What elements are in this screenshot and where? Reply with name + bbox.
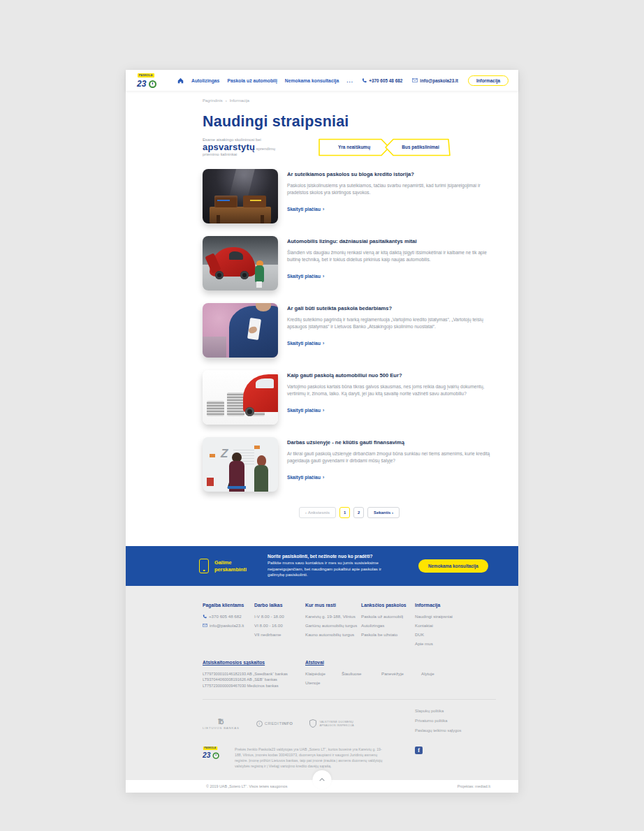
chevron-right-icon: › — [323, 274, 324, 279]
article-thumb-coins-car[interactable] — [203, 370, 278, 425]
hero-ribbons: Yra neaiškumų Bus patikslinimai — [318, 138, 451, 156]
hero-row: Esame atsakingo skolinimosi bei apsvarst… — [203, 137, 496, 157]
callback-text: Palikite mums savo kontaktus ir mes su j… — [268, 560, 392, 578]
callback-heading: Norite pasiskolinti, bet nežinote nuo ko… — [268, 554, 392, 559]
read-more-link[interactable]: Skaityti plačiau › — [287, 274, 324, 279]
footer-logo-paskola23[interactable]: PASKOLA 23 — [203, 747, 221, 759]
agent-city[interactable]: Šiauliuose — [342, 671, 381, 676]
footer-link-paskola-uz-automobili[interactable]: Paskola už automobilį — [361, 614, 415, 619]
article-title[interactable]: Ar suteikiamos paskolos su bloga kredito… — [287, 171, 496, 178]
header-phone-text: +370 605 48 682 — [369, 78, 402, 83]
read-more-link[interactable]: Skaityti plačiau › — [287, 341, 324, 346]
nav-more-button[interactable]: ... — [346, 78, 353, 84]
breadcrumb-home[interactable]: Pagrindinis — [203, 98, 223, 103]
footer-col-hours: Darbo laikas I-V 8.00 - 18.00 VI 8.00 - … — [254, 603, 305, 650]
agent-city[interactable]: Panevėžyje — [381, 671, 421, 676]
article-thumb-man-in-suit[interactable] — [203, 303, 278, 358]
site-credit: Projektas: mediad.lt — [458, 784, 490, 788]
nav-item-paskola-uz-automobili[interactable]: Paskola už automobilį — [227, 78, 277, 83]
nav-item-nemokama-konsultacija[interactable]: Nemokama konsultacija — [285, 78, 339, 83]
read-more-link[interactable]: Skaityti plačiau › — [287, 207, 324, 212]
header-phone[interactable]: +370 605 48 682 — [362, 78, 402, 83]
footer-phone[interactable]: +370 605 48 682 — [203, 614, 254, 619]
read-more-link[interactable]: Skaityti plačiau › — [287, 475, 324, 480]
logo-brand-text: PASKOLA — [138, 73, 154, 78]
article-title[interactable]: Automobilis lizingu: dažniausiai pasitai… — [287, 238, 496, 245]
article-excerpt: Paskolos įsiskolinusiems yra suteikiamos… — [287, 182, 496, 196]
article-excerpt: Kreditų suteikimo pagrindą ir tvarką reg… — [287, 316, 496, 330]
article-excerpt: Šiandien vis daugiau žmonių renkasi vien… — [287, 249, 496, 263]
chevron-left-icon: ‹ — [305, 510, 307, 515]
footer-email[interactable]: info@paskola23.lt — [203, 623, 254, 628]
pagination-next-button[interactable]: Sekantis › — [367, 507, 400, 518]
nav-item-autolizingas[interactable]: Autolizingas — [191, 78, 219, 83]
article-title[interactable]: Ar gali būti suteikta paskola bedarbiams… — [287, 305, 496, 312]
regulator-logos: ℔ LIETUVOS BANKAS i CREDITINFO VALSTYBIN… — [203, 709, 415, 738]
ribbon-bus-patikslinimai[interactable]: Bus patikslinimai — [384, 138, 451, 156]
footer-col-loans: Lanksčios paskolos Paskola už automobilį… — [361, 603, 415, 650]
footer-accounts: Atsiskaitomosios sąskaitos LT79730001014… — [203, 660, 305, 689]
tagline-highlight: apsvarstytų — [203, 142, 255, 152]
chevron-right-icon: › — [392, 510, 393, 515]
cookies-policy-link[interactable]: Slapukų politika — [415, 709, 496, 713]
tagline-small: sprendimų — [256, 147, 275, 151]
footer-link-apie-mus[interactable]: Apie mus — [415, 641, 496, 646]
scroll-to-top-button[interactable] — [313, 770, 332, 789]
footer-link-autolizingas[interactable]: Autolizingas — [361, 623, 415, 628]
privacy-policy-link[interactable]: Privatumo politika — [415, 719, 496, 723]
breadcrumb-separator: › — [226, 98, 227, 103]
ribbon-right-label: Bus patikslinimai — [384, 138, 451, 156]
header-email[interactable]: info@paskola23.lt — [412, 78, 458, 83]
logo-number: 23 — [137, 80, 146, 88]
phone-icon — [203, 615, 207, 619]
main-content: Pagrindinis › Informacija Naudingi strai… — [126, 91, 518, 546]
footer-link-paskola-be-uzstato[interactable]: Paskola be užstato — [361, 632, 415, 637]
mail-icon — [412, 78, 418, 82]
data-inspection-logo: VALSTYBINĖ DUOMENŲ APSAUGOS INSPEKCIJA — [309, 719, 353, 728]
footer-link-kontaktai[interactable]: Kontaktai — [415, 623, 496, 628]
pagination-page-2[interactable]: 2 — [353, 507, 364, 518]
phone-icon — [362, 78, 367, 83]
article-thumb-whiteboard[interactable]: Z — [203, 437, 278, 492]
copyright-text: © 2019 UAB „Sotero LT“. Visos teisės sau… — [206, 784, 287, 788]
pagination-prev-button[interactable]: ‹ Ankstesnis — [299, 507, 336, 518]
facebook-icon[interactable]: f — [415, 747, 423, 754]
breadcrumb-current: Informacija — [230, 98, 249, 103]
ribbon-yra-neaiskumu[interactable]: Yra neaiškumų — [318, 138, 390, 156]
article-title[interactable]: Darbas užsienyje - ne kliūtis gauti fina… — [287, 439, 496, 446]
legal-disclaimer: Prekės ženklo Paskola23 valdytojas yra U… — [235, 747, 386, 769]
tagline: Esame atsakingo skolinimosi bei apsvarst… — [203, 137, 318, 157]
article-row: Z Darbas užsienyje - ne kliūtis gauti fi… — [203, 437, 496, 492]
chevron-right-icon: › — [323, 408, 324, 413]
callback-banner: Galime perskambinti Norite pasiskolinti,… — [126, 546, 518, 586]
article-row: Ar gali būti suteikta paskola bedarbiams… — [203, 303, 496, 358]
creditinfo-logo: i CREDITINFO — [256, 721, 293, 727]
article-thumb-wallet[interactable] — [203, 169, 278, 223]
article-row: Kaip gauti paskolą automobiliui nuo 500 … — [203, 370, 496, 425]
free-consultation-button[interactable]: Nemokama konsultacija — [418, 559, 488, 573]
bank-account: LT797300010146182193 AB „Swedbank“ banka… — [203, 671, 305, 677]
agent-city[interactable]: Alytuje — [421, 671, 496, 676]
chevron-right-icon: › — [323, 475, 324, 480]
logo-paskola23[interactable]: PASKOLA 23 — [137, 73, 159, 88]
article-title[interactable]: Kaip gauti paskolą automobiliui nuo 500 … — [287, 372, 496, 379]
footer-link-duk[interactable]: DUK — [415, 632, 496, 637]
footer-link-naudingi-straipsniai[interactable]: Naudingi straipsniai — [415, 614, 496, 619]
chevron-right-icon: › — [323, 341, 324, 346]
terms-link[interactable]: Paslaugų teikimo sąlygos — [415, 728, 496, 733]
read-more-link[interactable]: Skaityti plačiau › — [287, 408, 324, 413]
bottom-bar: © 2019 UAB „Sotero LT“. Visos teisės sau… — [126, 780, 518, 793]
ribbon-left-label: Yra neaiškumų — [318, 138, 390, 156]
informacija-button[interactable]: Informacija — [468, 75, 508, 86]
chevron-up-icon — [319, 778, 325, 781]
main-nav: Autolizingas Paskola už automobilį Nemok… — [177, 78, 353, 84]
footer-col-locations: Kur mus rasti Kareivių g. 19-188, Vilniu… — [305, 603, 361, 650]
agent-city[interactable]: Klaipėdoje — [305, 671, 342, 676]
footer-agents: Atstovai Klaipėdoje Šiauliuose Panevėžyj… — [305, 660, 496, 689]
pagination-page-1[interactable]: 1 — [339, 507, 350, 518]
pagination: ‹ Ankstesnis 1 2 Sekantis › — [299, 507, 400, 518]
logo-clock-icon — [149, 80, 156, 88]
agent-city[interactable]: Utenoje — [305, 680, 342, 685]
nav-home[interactable] — [177, 78, 184, 84]
article-thumb-toy-car[interactable] — [203, 236, 278, 291]
